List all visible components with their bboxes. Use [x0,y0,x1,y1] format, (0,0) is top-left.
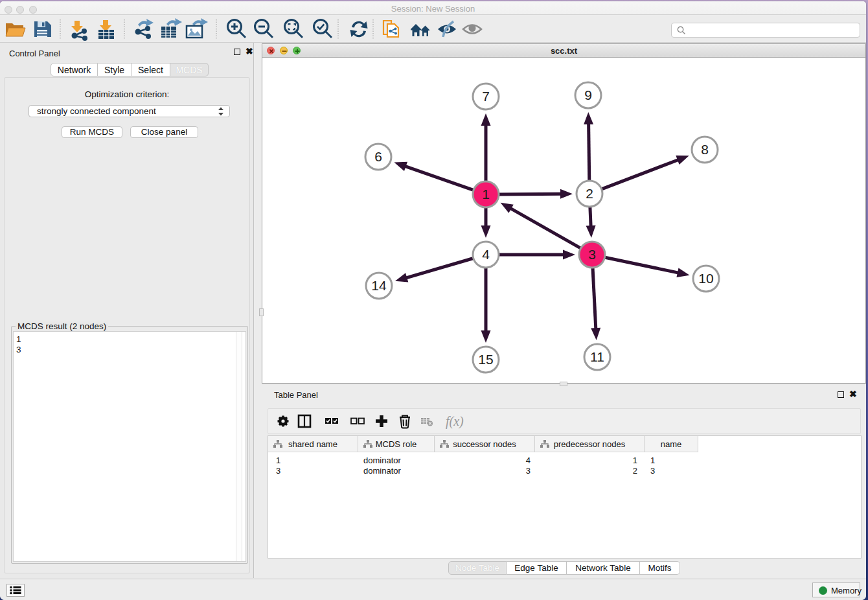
svg-text:3: 3 [588,247,596,262]
svg-text:15: 15 [478,352,493,367]
svg-text:11: 11 [590,349,604,364]
svg-text:8: 8 [701,142,709,157]
svg-text:9: 9 [584,87,592,102]
svg-text:2: 2 [586,186,593,201]
svg-text:4: 4 [482,247,490,262]
svg-text:7: 7 [482,89,490,104]
svg-text:f(x): f(x) [446,414,464,429]
svg-text:14: 14 [371,278,387,293]
svg-text:1: 1 [482,187,490,202]
svg-text:6: 6 [374,149,382,164]
svg-text:10: 10 [698,271,713,286]
